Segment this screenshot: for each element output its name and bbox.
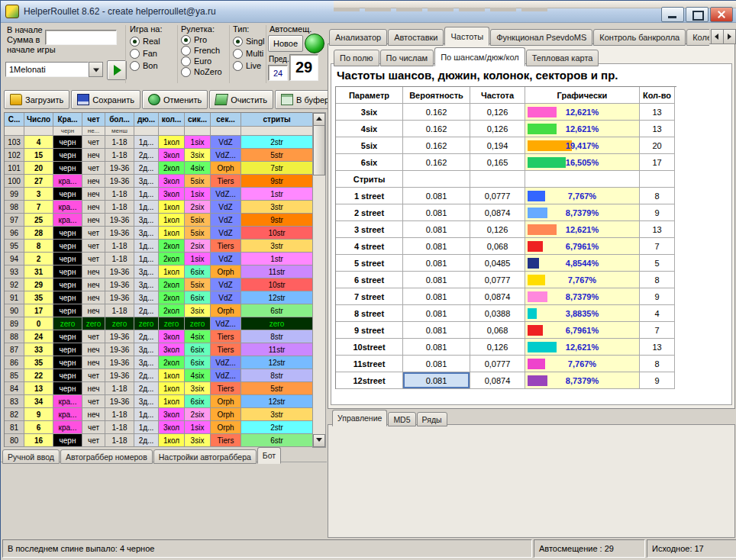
- tab-По шансам/дюж/кол[interactable]: По шансам/дюж/кол: [434, 47, 525, 66]
- spin-cell[interactable]: 2д...: [134, 369, 159, 382]
- spin-cell[interactable]: черн: [53, 343, 82, 356]
- spin-cell[interactable]: 90: [5, 304, 24, 317]
- spin-cell[interactable]: черн: [53, 149, 82, 162]
- tab-scroll-left-icon[interactable]: [711, 29, 724, 44]
- tab-По полю[interactable]: По полю: [334, 50, 379, 66]
- spin-cell[interactable]: 2кол: [159, 291, 185, 304]
- spin-cell[interactable]: zero: [185, 317, 211, 330]
- spin-cell[interactable]: VdZ...: [211, 149, 241, 162]
- play-button[interactable]: [107, 60, 127, 80]
- close-button[interactable]: [710, 7, 733, 22]
- spin-cell[interactable]: 1кол: [159, 227, 185, 240]
- spin-cell[interactable]: 94: [5, 253, 24, 266]
- spin-cell[interactable]: 81: [5, 421, 24, 434]
- spin-cell[interactable]: черн: [53, 304, 82, 317]
- freq-cell[interactable]: [525, 171, 640, 188]
- spin-cell[interactable]: 9str: [241, 175, 313, 188]
- spin-cell[interactable]: VdZ: [211, 227, 241, 240]
- freq-cell[interactable]: 9: [640, 372, 675, 389]
- spin-cell[interactable]: 82: [5, 408, 24, 421]
- spin-cell[interactable]: VdZ...: [211, 356, 241, 369]
- spin-cell[interactable]: 1кол: [159, 214, 185, 227]
- spin-cell[interactable]: черн: [53, 291, 82, 304]
- spin-cell[interactable]: неч: [82, 266, 105, 278]
- spin-cell[interactable]: неч: [82, 201, 105, 214]
- freq-cell[interactable]: 0.081: [403, 322, 470, 339]
- spin-cell[interactable]: 2д...: [134, 149, 159, 162]
- spin-cell[interactable]: VdZ: [211, 278, 241, 291]
- spin-cell[interactable]: 2str: [241, 421, 313, 434]
- spin-cell[interactable]: 2кол: [159, 162, 185, 175]
- spin-cell[interactable]: черн: [53, 434, 82, 447]
- freq-cell[interactable]: 12,621%: [525, 339, 640, 356]
- spin-cell[interactable]: 95: [5, 240, 24, 253]
- radio-icon[interactable]: [181, 46, 191, 56]
- tab-Анализатор[interactable]: Анализатор: [329, 29, 387, 46]
- maximize-button[interactable]: [686, 7, 709, 22]
- spin-cell[interactable]: чет: [82, 253, 105, 266]
- spin-cell[interactable]: 1-18: [105, 253, 134, 266]
- spin-cell[interactable]: 2six: [185, 201, 211, 214]
- spin-cell[interactable]: 6six: [185, 395, 211, 408]
- spin-cell[interactable]: 1-18: [105, 434, 134, 447]
- spin-cell[interactable]: 1-18: [105, 201, 134, 214]
- spin-cell[interactable]: 97: [5, 214, 24, 227]
- spin-row[interactable]: 958чернчет1-181д...2кол2sixTiers3str: [5, 240, 313, 253]
- radio-icon[interactable]: [233, 37, 243, 47]
- freq-cell[interactable]: [640, 171, 675, 188]
- spin-cell[interactable]: 3: [24, 188, 53, 201]
- spin-row[interactable]: 8824чернчет19-362д...3кол4sixTiers8str: [5, 330, 313, 343]
- freq-cell[interactable]: 0,068: [470, 238, 525, 255]
- freq-cell[interactable]: 0.081: [403, 272, 470, 288]
- spin-row[interactable]: 942чернчет1-181д...2кол1sixVdZ1str: [5, 253, 313, 266]
- spin-cell[interactable]: кра...: [53, 421, 82, 434]
- spin-cell[interactable]: 19-36: [105, 227, 134, 240]
- spin-row[interactable]: 816кра...чет1-181д...3кол1sixOrph2str: [5, 421, 313, 434]
- spin-cell[interactable]: 6six: [185, 266, 211, 278]
- freq-cell[interactable]: 4: [640, 305, 675, 322]
- spin-cell[interactable]: 2кол: [159, 278, 185, 291]
- spin-cell[interactable]: 8: [24, 240, 53, 253]
- tab-Ряды[interactable]: Ряды: [417, 412, 447, 426]
- freq-cell[interactable]: 7,767%: [525, 272, 640, 288]
- spin-cell[interactable]: 3д...: [134, 343, 159, 356]
- spin-cell[interactable]: неч: [82, 408, 105, 421]
- freq-cell[interactable]: 12,621%: [525, 121, 640, 137]
- freq-cell[interactable]: 12street: [336, 372, 403, 389]
- freq-cell[interactable]: Стриты: [336, 171, 403, 188]
- spin-cell[interactable]: 1д...: [134, 408, 159, 421]
- freq-cell[interactable]: 0,126: [470, 221, 525, 238]
- spin-cell[interactable]: 5six: [185, 214, 211, 227]
- spin-cell[interactable]: 31: [24, 266, 53, 278]
- spins-scrollbar[interactable]: [312, 112, 326, 448]
- freq-cell[interactable]: 0.081: [403, 204, 470, 221]
- freq-cell[interactable]: 7 street: [336, 288, 403, 305]
- spin-cell[interactable]: 7: [24, 201, 53, 214]
- scroll-up-icon[interactable]: [313, 113, 325, 126]
- spin-cell[interactable]: 83: [5, 395, 24, 408]
- spin-cell[interactable]: zero: [241, 317, 313, 330]
- radio-icon[interactable]: [130, 49, 140, 59]
- spin-cell[interactable]: 3кол: [159, 330, 185, 343]
- spin-cell[interactable]: Tiers: [211, 175, 241, 188]
- spin-cell[interactable]: 0: [24, 317, 53, 330]
- freq-cell[interactable]: 0,0485: [470, 255, 525, 272]
- spin-cell[interactable]: VdZ: [211, 214, 241, 227]
- spin-cell[interactable]: 88: [5, 330, 24, 343]
- spin-cell[interactable]: VdZ: [211, 253, 241, 266]
- spin-cell[interactable]: неч: [82, 214, 105, 227]
- spin-cell[interactable]: 1кол: [159, 382, 185, 395]
- tab-Колесо[interactable]: Колесо: [686, 29, 709, 46]
- spin-cell[interactable]: кра...: [53, 214, 82, 227]
- freq-cell[interactable]: 3 street: [336, 221, 403, 238]
- spin-cell[interactable]: Orph: [211, 421, 241, 434]
- spin-cell[interactable]: 3six: [185, 382, 211, 395]
- spin-cell[interactable]: Orph: [211, 408, 241, 421]
- freq-cell[interactable]: 4 street: [336, 238, 403, 255]
- freq-cell[interactable]: 7: [640, 238, 675, 255]
- spin-cell[interactable]: чет: [82, 434, 105, 447]
- spin-cell[interactable]: 12str: [241, 395, 313, 408]
- spin-cell[interactable]: 1-18: [105, 188, 134, 201]
- freq-cell[interactable]: 0.081: [403, 372, 470, 389]
- scroll-down-icon[interactable]: [313, 434, 325, 447]
